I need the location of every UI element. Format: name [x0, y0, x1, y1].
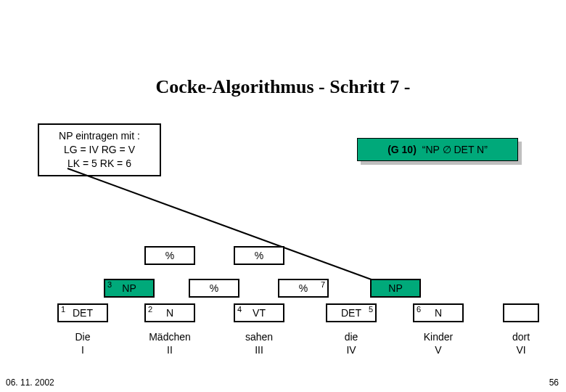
cell-1-s4: 4	[237, 306, 242, 314]
cell-1-vt: 4 VT	[234, 303, 284, 322]
footer-page: 56	[549, 377, 559, 388]
cell-3-np1: 3 NP	[104, 279, 155, 298]
svg-line-0	[67, 168, 399, 290]
slide: Cocke-Algorithmus - Schritt 7 - NP eintr…	[0, 0, 566, 392]
cell-3-3: %	[189, 279, 239, 298]
roman-3: III	[234, 344, 284, 356]
rule-text: “NP ∅ DET N”	[422, 144, 488, 155]
footer-date: 06. 11. 2002	[6, 377, 54, 388]
cell-1-vt-label: VT	[253, 308, 266, 318]
roman-4: IV	[326, 344, 377, 356]
word-2: Mädchen	[134, 331, 206, 343]
cell-3-5: % 7	[278, 279, 329, 298]
grammar-rule-box: (G 10) “NP ∅ DET N”	[357, 138, 518, 161]
cell-1-s6: 6	[417, 306, 421, 314]
cell-1-s1: 1	[61, 306, 65, 314]
info-box: NP eintragen mit : LG = IV RG = V LK = 5…	[38, 123, 161, 176]
cell-1-n1-label: N	[166, 308, 173, 318]
cell-4-4: %	[234, 246, 284, 265]
cell-1-n2-label: N	[435, 308, 442, 318]
info-line-3: LK = 5 RK = 6	[45, 157, 154, 171]
word-4: die	[326, 331, 377, 343]
roman-2: II	[144, 344, 195, 356]
cell-1-det1: 1 DET	[57, 303, 108, 322]
rule-front: (G 10) “NP ∅ DET N”	[357, 138, 518, 161]
word-6: dort	[499, 331, 543, 343]
roman-1: I	[57, 344, 108, 356]
cell-3-sup: 3	[107, 281, 112, 289]
cell-1-det2-label: DET	[341, 308, 361, 318]
rule-id: (G 10)	[387, 144, 417, 155]
roman-5: V	[413, 344, 464, 356]
cell-1-n1: 2 N	[144, 303, 195, 322]
cell-1-det1-label: DET	[73, 308, 93, 318]
word-3: sahen	[234, 331, 284, 343]
cell-1-empty	[503, 303, 539, 322]
cell-1-s5: 5	[369, 306, 373, 314]
cell-3-sup7: 7	[321, 281, 325, 289]
cell-1-det2: 5 DET	[326, 303, 377, 322]
cell-1-n2: 6 N	[413, 303, 464, 322]
info-line-1: NP eintragen mit :	[45, 129, 154, 143]
cell-4-3: %	[144, 246, 195, 265]
slide-title: Cocke-Algorithmus - Schritt 7 -	[0, 76, 566, 98]
cell-3-np1-label: NP	[122, 283, 136, 293]
info-line-2: LG = IV RG = V	[45, 143, 154, 157]
word-5: Kinder	[413, 331, 464, 343]
roman-6: VI	[499, 344, 543, 356]
cell-1-s2: 2	[148, 306, 152, 314]
word-1: Die	[57, 331, 108, 343]
cell-3-np2: NP	[370, 279, 421, 298]
